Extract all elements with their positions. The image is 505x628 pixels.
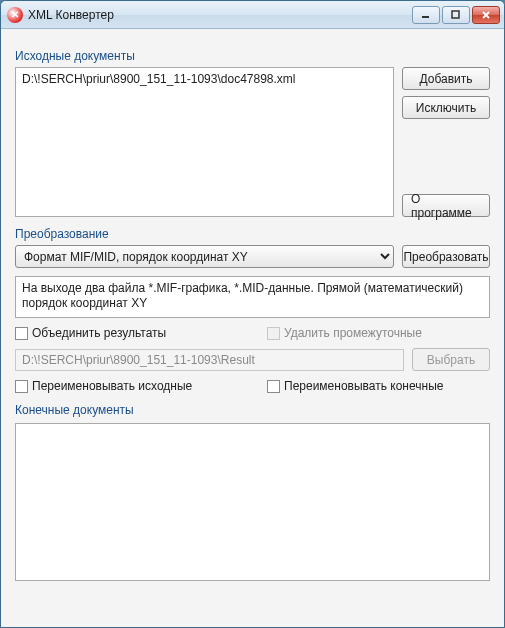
rename-dst-checkbox-wrap[interactable]: Переименовывать конечные bbox=[267, 379, 443, 393]
delete-temp-checkbox bbox=[267, 327, 280, 340]
select-path-button: Выбрать bbox=[412, 348, 490, 371]
maximize-button[interactable] bbox=[442, 6, 470, 24]
about-button[interactable]: О программе bbox=[402, 194, 490, 217]
delete-temp-checkbox-wrap: Удалить промежуточные bbox=[267, 326, 422, 340]
result-path-row: Выбрать bbox=[15, 348, 490, 371]
source-row: D:\!SERCH\priur\8900_151_11-1093\doc4789… bbox=[15, 67, 490, 217]
source-list-item[interactable]: D:\!SERCH\priur\8900_151_11-1093\doc4789… bbox=[22, 72, 387, 86]
window-title: XML Конвертер bbox=[28, 8, 410, 22]
add-button-label: Добавить bbox=[419, 72, 472, 86]
merge-checkbox[interactable] bbox=[15, 327, 28, 340]
format-combobox[interactable]: Формат MIF/MID, порядок координат XY bbox=[15, 245, 394, 268]
close-button[interactable] bbox=[472, 6, 500, 24]
format-description: На выходе два файла *.MIF-графика, *.MID… bbox=[15, 276, 490, 318]
source-side: Добавить Исключить О программе bbox=[402, 67, 490, 217]
format-side: Преобразовать bbox=[402, 245, 490, 268]
result-path-input bbox=[15, 349, 404, 371]
rename-src-checkbox-label: Переименовывать исходные bbox=[32, 379, 192, 393]
transform-section-label: Преобразование bbox=[15, 227, 490, 241]
app-icon: ✕ bbox=[7, 7, 23, 23]
convert-button[interactable]: Преобразовать bbox=[402, 245, 490, 268]
rename-src-checkbox-wrap[interactable]: Переименовывать исходные bbox=[15, 379, 267, 393]
source-main: D:\!SERCH\priur\8900_151_11-1093\doc4789… bbox=[15, 67, 394, 217]
exclude-button-label: Исключить bbox=[416, 101, 476, 115]
rename-src-checkbox[interactable] bbox=[15, 380, 28, 393]
format-main: Формат MIF/MID, порядок координат XY bbox=[15, 245, 394, 268]
source-section-label: Исходные документы bbox=[15, 49, 490, 63]
exclude-button[interactable]: Исключить bbox=[402, 96, 490, 119]
select-path-button-label: Выбрать bbox=[427, 353, 475, 367]
minimize-button[interactable] bbox=[412, 6, 440, 24]
rename-dst-checkbox[interactable] bbox=[267, 380, 280, 393]
svg-rect-1 bbox=[452, 11, 459, 18]
options-row-1: Объединить результаты Удалить промежуточ… bbox=[15, 326, 490, 340]
output-listbox[interactable] bbox=[15, 423, 490, 581]
titlebar[interactable]: ✕ XML Конвертер bbox=[1, 1, 504, 29]
add-button[interactable]: Добавить bbox=[402, 67, 490, 90]
format-row: Формат MIF/MID, порядок координат XY Пре… bbox=[15, 245, 490, 268]
options-row-2: Переименовывать исходные Переименовывать… bbox=[15, 379, 490, 393]
app-window: ✕ XML Конвертер Исходные документы D:\!S… bbox=[0, 0, 505, 628]
client-area: Исходные документы D:\!SERCH\priur\8900_… bbox=[1, 29, 504, 627]
output-section-label: Конечные документы bbox=[15, 403, 490, 417]
convert-button-label: Преобразовать bbox=[403, 250, 488, 264]
rename-dst-checkbox-label: Переименовывать конечные bbox=[284, 379, 443, 393]
delete-temp-checkbox-label: Удалить промежуточные bbox=[284, 326, 422, 340]
merge-checkbox-wrap[interactable]: Объединить результаты bbox=[15, 326, 267, 340]
window-controls bbox=[410, 6, 500, 24]
about-button-label: О программе bbox=[411, 192, 481, 220]
source-listbox[interactable]: D:\!SERCH\priur\8900_151_11-1093\doc4789… bbox=[15, 67, 394, 217]
merge-checkbox-label: Объединить результаты bbox=[32, 326, 166, 340]
